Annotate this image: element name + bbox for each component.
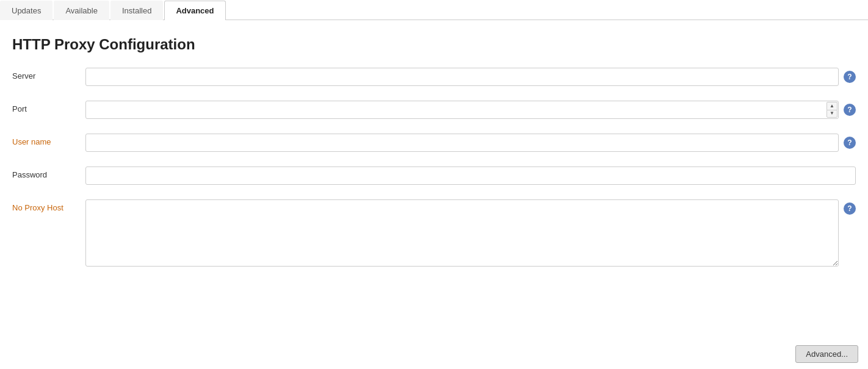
noproxyhost-input[interactable] bbox=[85, 199, 839, 267]
password-input-group bbox=[85, 167, 856, 185]
page-content: HTTP Proxy Configuration Server ? Port ▲… bbox=[0, 30, 868, 289]
tab-advanced[interactable]: Advanced bbox=[164, 1, 225, 20]
page-title: HTTP Proxy Configuration bbox=[12, 36, 856, 53]
noproxyhost-input-group: ? bbox=[85, 199, 856, 268]
footer-bar: Advanced... bbox=[0, 339, 868, 369]
noproxyhost-help-icon[interactable]: ? bbox=[844, 202, 856, 215]
advanced-button[interactable]: Advanced... bbox=[795, 345, 858, 363]
password-row: Password bbox=[12, 167, 856, 185]
tab-installed[interactable]: Installed bbox=[110, 1, 163, 20]
port-label: Port bbox=[12, 101, 85, 113]
server-input-group: ? bbox=[85, 68, 856, 86]
username-input[interactable] bbox=[85, 134, 839, 152]
server-label: Server bbox=[12, 68, 85, 81]
server-input[interactable] bbox=[85, 68, 839, 86]
server-row: Server ? bbox=[12, 68, 856, 86]
password-input-wrap bbox=[85, 167, 856, 185]
port-spinner-down[interactable]: ▼ bbox=[826, 110, 837, 118]
tab-available[interactable]: Available bbox=[54, 1, 109, 20]
noproxyhost-input-wrap bbox=[85, 199, 839, 268]
port-help-icon[interactable]: ? bbox=[844, 104, 856, 116]
tab-updates[interactable]: Updates bbox=[0, 1, 52, 20]
noproxyhost-row: No Proxy Host ? bbox=[12, 199, 856, 268]
server-help-icon[interactable]: ? bbox=[844, 71, 856, 83]
username-row: User name ? bbox=[12, 134, 856, 152]
password-input[interactable] bbox=[85, 167, 856, 185]
password-label: Password bbox=[12, 167, 85, 179]
port-row: Port ▲ ▼ ? bbox=[12, 101, 856, 119]
username-label: User name bbox=[12, 134, 85, 146]
username-input-wrap bbox=[85, 134, 839, 152]
proxy-form: Server ? Port ▲ ▼ ? bbox=[12, 68, 856, 268]
noproxyhost-label: No Proxy Host bbox=[12, 199, 85, 212]
port-spinner-up[interactable]: ▲ bbox=[826, 102, 837, 110]
port-spinners: ▲ ▼ bbox=[826, 102, 837, 118]
server-input-wrap bbox=[85, 68, 839, 86]
port-input-group: ▲ ▼ ? bbox=[85, 101, 856, 119]
username-input-group: ? bbox=[85, 134, 856, 152]
port-input-wrap: ▲ ▼ bbox=[85, 101, 839, 119]
username-help-icon[interactable]: ? bbox=[844, 137, 856, 149]
tab-bar: Updates Available Installed Advanced bbox=[0, 0, 868, 20]
port-input[interactable] bbox=[85, 101, 839, 119]
